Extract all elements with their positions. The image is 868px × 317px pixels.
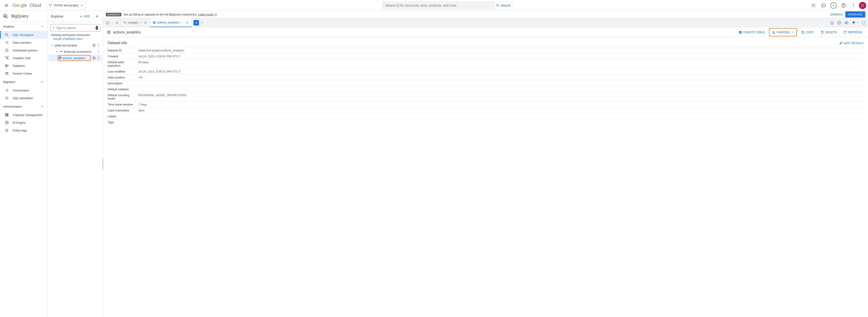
- svg-point-17: [853, 6, 854, 7]
- google-cloud-logo[interactable]: Google Cloud: [13, 3, 41, 8]
- nav-item-dataform[interactable]: Dataform: [0, 62, 48, 69]
- explorer-search-field[interactable]: ?: [51, 24, 100, 31]
- sharing-button[interactable]: SHARING: [769, 28, 797, 36]
- avatar-initial: D: [861, 3, 864, 7]
- nav-section-analysis[interactable]: Analysis: [0, 22, 48, 31]
- tab-close-button[interactable]: [143, 21, 147, 25]
- tab-close-button[interactable]: [185, 21, 189, 25]
- svg-rect-13: [822, 4, 825, 7]
- explorer-title: Explorer: [51, 14, 64, 18]
- info-value: Jul 24, 2023, 4:56:51 PM UTC-7: [138, 53, 864, 59]
- apps-button[interactable]: [809, 1, 818, 10]
- more-vert-icon: [851, 3, 856, 8]
- tab-home[interactable]: [104, 18, 121, 27]
- nav-item-capacity-management[interactable]: Capacity management: [0, 111, 48, 119]
- svg-point-9: [814, 5, 815, 6]
- edit-details-button[interactable]: EDIT DETAILS: [839, 41, 864, 45]
- info-value: false: [138, 108, 864, 113]
- plus-box-icon: [739, 30, 742, 34]
- svg-rect-61: [107, 31, 110, 34]
- nav-item-data-transfers[interactable]: Data transfers: [0, 39, 48, 47]
- copy-button[interactable]: COPY: [799, 29, 816, 35]
- nav-item-analytics-hub[interactable]: Analytics Hub: [0, 54, 48, 62]
- upgrade-button[interactable]: UPGRADE: [845, 11, 865, 18]
- nav-section-migration[interactable]: Migration: [0, 77, 48, 86]
- nav-item-sql-workspace[interactable]: SQL workspace: [0, 31, 48, 39]
- product-header: BigQuery: [0, 11, 48, 22]
- tab-actions-analytics[interactable]: actions_analytics: [150, 18, 192, 27]
- info-row: Dataset IDydtak-test-project.actions_ana…: [107, 48, 864, 53]
- free-trial-badge[interactable]: 1: [829, 1, 838, 10]
- tips-button[interactable]: [851, 20, 859, 26]
- collapse-panel-button[interactable]: [93, 13, 100, 19]
- project-icon: [49, 4, 52, 7]
- nav-item-bi-engine[interactable]: BI Engine: [0, 119, 48, 126]
- search-input[interactable]: [383, 2, 494, 9]
- home-shortcut-button[interactable]: [829, 20, 835, 26]
- nav-item-policy-tags[interactable]: Policy tags: [0, 126, 48, 134]
- svg-point-63: [109, 31, 110, 32]
- svg-point-34: [98, 46, 99, 47]
- search-button[interactable]: Search: [494, 2, 512, 9]
- new-tab-button[interactable]: [193, 20, 199, 26]
- account-avatar[interactable]: D: [859, 2, 866, 9]
- dataset-icon: [153, 21, 156, 24]
- list-icon: [5, 88, 9, 92]
- project-picker[interactable]: YDTAK test project: [46, 2, 86, 9]
- nav-item-assessment[interactable]: Assessment: [0, 86, 48, 94]
- info-value: [138, 113, 864, 119]
- create-table-button[interactable]: CREATE TABLE: [736, 29, 767, 35]
- svg-rect-50: [153, 21, 155, 23]
- nav-item-scheduled-queries[interactable]: Scheduled queries: [0, 47, 48, 54]
- delete-button[interactable]: DELETE: [818, 29, 839, 35]
- more-button[interactable]: [849, 1, 858, 10]
- new-tab-menu-button[interactable]: [199, 21, 205, 24]
- star-outline-icon[interactable]: [92, 43, 96, 47]
- dataset-info-table: Dataset IDydtak-test-project.actions_ana…: [107, 47, 864, 125]
- learn-more-link[interactable]: Learn more: [198, 13, 217, 16]
- refresh-button[interactable]: REFRESH: [841, 29, 864, 35]
- info-value: ROUNDING_MODE_UNSPECIFIED: [138, 92, 864, 102]
- nav-section-administration[interactable]: Administration: [0, 102, 48, 111]
- add-button[interactable]: ADD: [79, 13, 91, 19]
- tree-external-connections-row[interactable]: External connections: [49, 49, 102, 55]
- search-help-icon[interactable]: ?: [96, 26, 98, 30]
- keyboard-button[interactable]: [843, 20, 849, 26]
- dataset-header: actions_analytics CREATE TABLE SHARING C…: [103, 27, 868, 37]
- svg-rect-29: [5, 115, 7, 116]
- info-value: [138, 86, 864, 92]
- explorer-search-input[interactable]: [56, 26, 94, 30]
- tab-untitled[interactable]: Untitled: [121, 18, 150, 27]
- dismiss-button[interactable]: DISMISS: [830, 13, 842, 16]
- tab-label: Untitled: [128, 21, 138, 24]
- nav-item-label: Scheduled queries: [13, 49, 37, 52]
- info-value: ydtak-test-project.actions_analytics: [138, 48, 864, 53]
- fullscreen-button[interactable]: [861, 20, 867, 26]
- home-icon: [106, 21, 110, 25]
- svg-rect-57: [845, 22, 846, 23]
- help-button[interactable]: [839, 1, 848, 10]
- dropdown-icon: [201, 21, 204, 24]
- info-row: Data locationUS: [107, 75, 864, 81]
- nav-item-label: Policy tags: [13, 129, 27, 132]
- nav-item-sql-translation[interactable]: SQL translation: [0, 94, 48, 102]
- resize-handle[interactable]: [102, 158, 103, 170]
- hamburger-menu-button[interactable]: [2, 1, 11, 10]
- nav-item-partner-center[interactable]: Partner Center: [0, 69, 48, 77]
- cloud-shell-button[interactable]: [819, 1, 828, 10]
- tree-project-row[interactable]: ydtak-test-project: [49, 42, 102, 49]
- top-bar: Google Cloud YDTAK test project Search 1: [0, 0, 868, 11]
- more-vert-icon[interactable]: [96, 56, 101, 60]
- info-button[interactable]: [836, 20, 842, 26]
- chevron-up-icon: [40, 105, 44, 109]
- star-outline-icon[interactable]: [92, 56, 96, 60]
- nav-item-label: BI Engine: [13, 121, 25, 124]
- tree-dataset-row[interactable]: actions_analytics: [49, 55, 102, 61]
- tab-close-button[interactable]: [115, 21, 119, 25]
- svg-point-42: [60, 57, 61, 58]
- info-key: Default rounding mode: [107, 92, 138, 102]
- action-label: CREATE TABLE: [743, 30, 765, 34]
- more-vert-icon[interactable]: [96, 43, 101, 47]
- more-vert-icon[interactable]: [96, 50, 101, 54]
- show-starred-button[interactable]: SHOW STARRED ONLY: [48, 37, 103, 42]
